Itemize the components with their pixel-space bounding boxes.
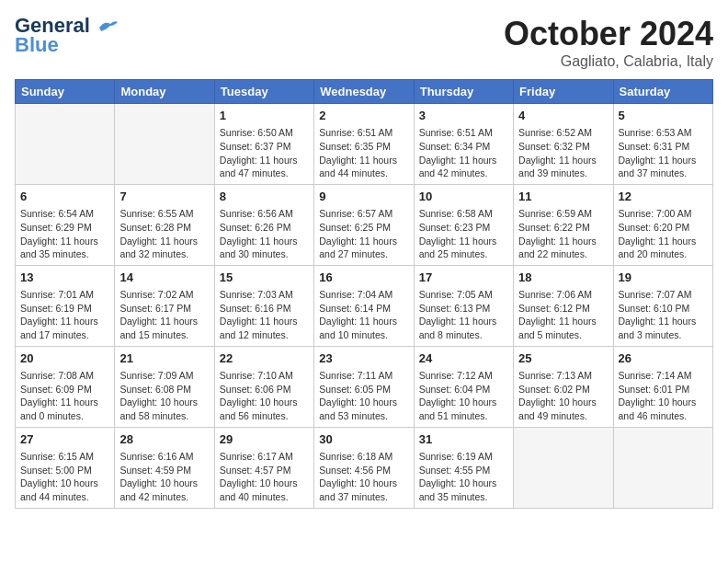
- day-number: 18: [518, 270, 608, 286]
- calendar-cell: 20Sunrise: 7:08 AM Sunset: 6:09 PM Dayli…: [16, 346, 115, 427]
- day-info: Sunrise: 7:12 AM Sunset: 6:04 PM Dayligh…: [419, 369, 508, 423]
- calendar-cell: [514, 427, 613, 508]
- day-number: 10: [419, 189, 508, 205]
- logo-bird-icon: [97, 18, 118, 35]
- title-block: October 2024 Gagliato, Calabria, Italy: [504, 15, 713, 70]
- day-number: 31: [419, 431, 508, 448]
- day-number: 3: [419, 108, 508, 124]
- day-of-week-header: Monday: [115, 80, 214, 104]
- day-info: Sunrise: 7:06 AM Sunset: 6:12 PM Dayligh…: [518, 288, 608, 342]
- day-info: Sunrise: 7:00 AM Sunset: 6:20 PM Dayligh…: [619, 207, 708, 261]
- day-info: Sunrise: 6:16 AM Sunset: 4:59 PM Dayligh…: [119, 450, 209, 504]
- calendar-cell: 12Sunrise: 7:00 AM Sunset: 6:20 PM Dayli…: [613, 184, 712, 265]
- day-info: Sunrise: 7:10 AM Sunset: 6:06 PM Dayligh…: [220, 369, 309, 423]
- day-info: Sunrise: 7:02 AM Sunset: 6:17 PM Dayligh…: [119, 288, 209, 342]
- calendar-week-row: 20Sunrise: 7:08 AM Sunset: 6:09 PM Dayli…: [16, 346, 713, 427]
- day-info: Sunrise: 6:50 AM Sunset: 6:37 PM Dayligh…: [220, 126, 309, 180]
- day-number: 22: [220, 350, 309, 367]
- day-info: Sunrise: 7:01 AM Sunset: 6:19 PM Dayligh…: [20, 288, 109, 342]
- day-info: Sunrise: 7:08 AM Sunset: 6:09 PM Dayligh…: [20, 369, 109, 423]
- day-of-week-header: Wednesday: [314, 80, 414, 104]
- calendar-cell: 2Sunrise: 6:51 AM Sunset: 6:35 PM Daylig…: [314, 104, 414, 185]
- day-info: Sunrise: 7:03 AM Sunset: 6:16 PM Dayligh…: [220, 288, 309, 342]
- day-info: Sunrise: 6:57 AM Sunset: 6:25 PM Dayligh…: [319, 207, 408, 261]
- day-number: 26: [619, 350, 708, 367]
- day-info: Sunrise: 6:59 AM Sunset: 6:22 PM Dayligh…: [518, 207, 608, 261]
- calendar-cell: 9Sunrise: 6:57 AM Sunset: 6:25 PM Daylig…: [314, 184, 414, 265]
- day-number: 9: [319, 189, 408, 205]
- day-of-week-header: Tuesday: [214, 80, 313, 104]
- month-title: October 2024: [504, 15, 713, 53]
- day-number: 29: [220, 431, 309, 448]
- day-number: 14: [119, 270, 209, 286]
- calendar-cell: 16Sunrise: 7:04 AM Sunset: 6:14 PM Dayli…: [314, 265, 414, 346]
- calendar-cell: 1Sunrise: 6:50 AM Sunset: 6:37 PM Daylig…: [214, 104, 313, 185]
- calendar-cell: 18Sunrise: 7:06 AM Sunset: 6:12 PM Dayli…: [514, 265, 613, 346]
- day-number: 24: [419, 350, 508, 367]
- day-number: 16: [319, 270, 408, 286]
- calendar-cell: 23Sunrise: 7:11 AM Sunset: 6:05 PM Dayli…: [314, 346, 414, 427]
- day-number: 25: [518, 350, 608, 367]
- calendar-cell: 21Sunrise: 7:09 AM Sunset: 6:08 PM Dayli…: [115, 346, 214, 427]
- calendar-cell: 13Sunrise: 7:01 AM Sunset: 6:19 PM Dayli…: [16, 265, 115, 346]
- day-info: Sunrise: 7:04 AM Sunset: 6:14 PM Dayligh…: [319, 288, 408, 342]
- day-info: Sunrise: 7:09 AM Sunset: 6:08 PM Dayligh…: [119, 369, 209, 423]
- day-info: Sunrise: 6:51 AM Sunset: 6:35 PM Dayligh…: [319, 126, 408, 180]
- day-number: 20: [20, 350, 109, 367]
- calendar-cell: 22Sunrise: 7:10 AM Sunset: 6:06 PM Dayli…: [214, 346, 313, 427]
- calendar-cell: 7Sunrise: 6:55 AM Sunset: 6:28 PM Daylig…: [115, 184, 214, 265]
- page-header: General Blue October 2024 Gagliato, Cala…: [15, 15, 713, 70]
- day-info: Sunrise: 7:07 AM Sunset: 6:10 PM Dayligh…: [619, 288, 708, 342]
- calendar-cell: 30Sunrise: 6:18 AM Sunset: 4:56 PM Dayli…: [314, 427, 414, 508]
- calendar-cell: 29Sunrise: 6:17 AM Sunset: 4:57 PM Dayli…: [214, 427, 313, 508]
- day-info: Sunrise: 6:15 AM Sunset: 5:00 PM Dayligh…: [20, 450, 109, 504]
- calendar-header-row: SundayMondayTuesdayWednesdayThursdayFrid…: [16, 80, 713, 104]
- calendar-week-row: 1Sunrise: 6:50 AM Sunset: 6:37 PM Daylig…: [16, 104, 713, 185]
- calendar-cell: [613, 427, 712, 508]
- day-number: 15: [220, 270, 309, 286]
- day-info: Sunrise: 6:52 AM Sunset: 6:32 PM Dayligh…: [518, 126, 608, 180]
- day-number: 30: [319, 431, 408, 448]
- day-number: 5: [619, 108, 708, 124]
- calendar-cell: 27Sunrise: 6:15 AM Sunset: 5:00 PM Dayli…: [16, 427, 115, 508]
- calendar-cell: 24Sunrise: 7:12 AM Sunset: 6:04 PM Dayli…: [414, 346, 513, 427]
- calendar-cell: 6Sunrise: 6:54 AM Sunset: 6:29 PM Daylig…: [16, 184, 115, 265]
- day-info: Sunrise: 6:53 AM Sunset: 6:31 PM Dayligh…: [619, 126, 708, 180]
- calendar-cell: 3Sunrise: 6:51 AM Sunset: 6:34 PM Daylig…: [414, 104, 513, 185]
- day-number: 13: [20, 270, 109, 286]
- day-info: Sunrise: 6:51 AM Sunset: 6:34 PM Dayligh…: [419, 126, 508, 180]
- day-info: Sunrise: 6:19 AM Sunset: 4:55 PM Dayligh…: [419, 450, 508, 504]
- day-of-week-header: Friday: [514, 80, 613, 104]
- day-number: 12: [619, 189, 708, 205]
- calendar-week-row: 27Sunrise: 6:15 AM Sunset: 5:00 PM Dayli…: [16, 427, 713, 508]
- day-number: 28: [119, 431, 209, 448]
- calendar-cell: [115, 104, 214, 185]
- calendar-cell: 26Sunrise: 7:14 AM Sunset: 6:01 PM Dayli…: [613, 346, 712, 427]
- logo-blue-text: Blue: [15, 33, 59, 57]
- calendar-cell: 8Sunrise: 6:56 AM Sunset: 6:26 PM Daylig…: [214, 184, 313, 265]
- location-subtitle: Gagliato, Calabria, Italy: [504, 53, 713, 70]
- day-number: 23: [319, 350, 408, 367]
- day-number: 11: [518, 189, 608, 205]
- calendar-week-row: 6Sunrise: 6:54 AM Sunset: 6:29 PM Daylig…: [16, 184, 713, 265]
- day-info: Sunrise: 6:54 AM Sunset: 6:29 PM Dayligh…: [20, 207, 109, 261]
- day-number: 21: [119, 350, 209, 367]
- calendar-cell: 28Sunrise: 6:16 AM Sunset: 4:59 PM Dayli…: [115, 427, 214, 508]
- calendar-cell: 5Sunrise: 6:53 AM Sunset: 6:31 PM Daylig…: [613, 104, 712, 185]
- day-number: 19: [619, 270, 708, 286]
- calendar-cell: 4Sunrise: 6:52 AM Sunset: 6:32 PM Daylig…: [514, 104, 613, 185]
- day-number: 6: [20, 189, 109, 205]
- calendar-cell: 10Sunrise: 6:58 AM Sunset: 6:23 PM Dayli…: [414, 184, 513, 265]
- calendar-cell: 11Sunrise: 6:59 AM Sunset: 6:22 PM Dayli…: [514, 184, 613, 265]
- calendar-table: SundayMondayTuesdayWednesdayThursdayFrid…: [15, 79, 713, 509]
- day-info: Sunrise: 6:58 AM Sunset: 6:23 PM Dayligh…: [419, 207, 508, 261]
- day-info: Sunrise: 6:17 AM Sunset: 4:57 PM Dayligh…: [220, 450, 309, 504]
- calendar-cell: 31Sunrise: 6:19 AM Sunset: 4:55 PM Dayli…: [414, 427, 513, 508]
- day-number: 17: [419, 270, 508, 286]
- calendar-week-row: 13Sunrise: 7:01 AM Sunset: 6:19 PM Dayli…: [16, 265, 713, 346]
- day-number: 8: [220, 189, 309, 205]
- day-info: Sunrise: 6:18 AM Sunset: 4:56 PM Dayligh…: [319, 450, 408, 504]
- calendar-cell: [16, 104, 115, 185]
- calendar-cell: 17Sunrise: 7:05 AM Sunset: 6:13 PM Dayli…: [414, 265, 513, 346]
- logo: General Blue: [15, 15, 118, 57]
